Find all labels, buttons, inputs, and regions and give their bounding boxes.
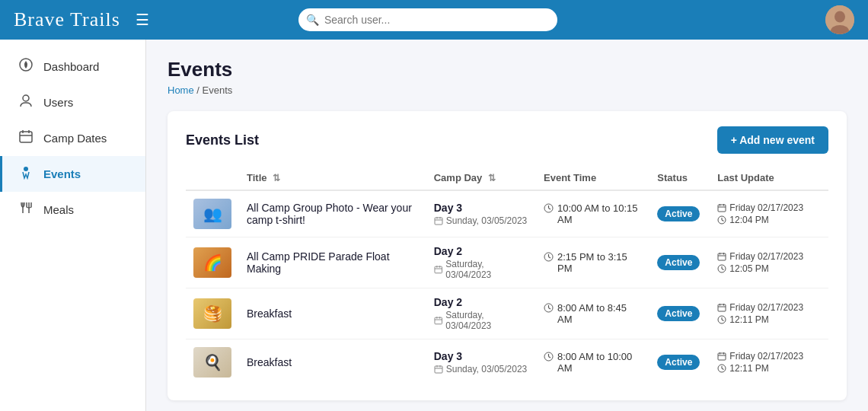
calendar-icon	[18, 129, 34, 148]
last-update-time: 12:11 PM	[729, 363, 768, 374]
clock-icon	[544, 352, 554, 364]
svg-line-32	[549, 257, 551, 259]
status-badge: Active	[657, 206, 700, 221]
event-time-text: 2:15 PM to 3:15 PM	[557, 251, 642, 274]
breadcrumb-home-link[interactable]: Home	[168, 84, 194, 96]
page-title: Events	[168, 58, 847, 81]
cell-status-2: Active	[649, 288, 710, 339]
event-title[interactable]: Breakfast	[247, 356, 292, 368]
event-title[interactable]: Breakfast	[247, 307, 292, 320]
events-list-title: Events List	[186, 132, 259, 148]
svg-rect-47	[718, 304, 726, 311]
calendar-update-icon	[717, 303, 726, 312]
clock-update-icon	[717, 264, 726, 273]
last-update-time-line: 12:11 PM	[717, 363, 821, 374]
sidebar-label-meals: Meals	[43, 203, 74, 216]
add-event-button[interactable]: + Add new event	[717, 126, 828, 154]
table-row: 🌈 All Camp PRIDE Parade Float Making Day…	[186, 237, 828, 288]
last-update-time: 12:05 PM	[729, 263, 768, 274]
clock-update-icon	[717, 215, 726, 225]
svg-line-39	[722, 269, 724, 270]
cell-campday-0: Day 3 Sunday, 03/05/2023	[426, 190, 536, 237]
sidebar-label-users: Users	[43, 96, 73, 109]
search-container: 🔍	[298, 8, 557, 31]
last-update-date-line: Friday 02/17/2023	[717, 251, 821, 262]
cell-lastupdate-3: Friday 02/17/2023 12:11 PM	[710, 339, 828, 386]
calendar-small-icon	[434, 265, 442, 274]
sidebar-item-dashboard[interactable]: Dashboard	[0, 49, 145, 84]
status-badge: Active	[657, 355, 700, 370]
last-update-date-line: Friday 02/17/2023	[717, 302, 821, 313]
svg-line-67	[722, 368, 724, 370]
camp-day-label: Day 3	[434, 202, 528, 214]
clock-update-icon	[717, 315, 726, 324]
app-logo: Brave Trails	[14, 8, 120, 31]
breadcrumb-current: Events	[203, 84, 233, 96]
camp-day-label: Day 3	[434, 350, 528, 362]
event-title[interactable]: All Camp PRIDE Parade Float Making	[247, 250, 390, 275]
table-header-row: Title ⇅ Camp Day ⇅ Event Time Status	[186, 166, 828, 190]
sidebar-item-camp-dates[interactable]: Camp Dates	[0, 120, 145, 156]
camp-day-label: Day 2	[434, 245, 528, 257]
search-input[interactable]	[298, 8, 557, 31]
table-row: 🥞 Breakfast Day 2 Saturday, 03/04/2023	[186, 288, 828, 339]
cell-title-1: All Camp PRIDE Parade Float Making	[239, 237, 426, 288]
cell-campday-2: Day 2 Saturday, 03/04/2023	[426, 288, 536, 339]
sidebar-item-meals[interactable]: Meals	[0, 192, 145, 228]
svg-line-53	[722, 320, 724, 321]
calendar-update-icon	[717, 352, 726, 361]
svg-point-1	[834, 11, 845, 23]
events-icon	[18, 164, 34, 183]
sidebar-label-camp-dates: Camp Dates	[43, 132, 107, 145]
last-update-time: 12:11 PM	[729, 314, 768, 325]
breadcrumb-separator: /	[196, 84, 202, 96]
last-update-date: Friday 02/17/2023	[729, 351, 803, 362]
avatar[interactable]	[825, 5, 854, 34]
event-thumbnail: 🍳	[193, 347, 231, 378]
calendar-small-icon	[434, 216, 443, 225]
svg-rect-61	[718, 353, 726, 360]
sort-icon-campday[interactable]: ⇅	[488, 173, 496, 183]
svg-rect-19	[718, 205, 726, 212]
main-content: Events Home / Events Events List + Add n…	[146, 40, 868, 411]
event-title[interactable]: All Camp Group Photo - Wear your camp t-…	[247, 202, 412, 226]
col-header-thumb	[186, 166, 239, 190]
last-update: Friday 02/17/2023 12:11 PM	[717, 302, 821, 325]
last-update-date-line: Friday 02/17/2023	[717, 351, 821, 362]
svg-rect-54	[435, 366, 442, 373]
sidebar-item-events[interactable]: Events	[0, 156, 145, 192]
meals-icon	[18, 200, 34, 219]
last-update: Friday 02/17/2023 12:11 PM	[717, 351, 821, 374]
calendar-small-icon	[434, 365, 443, 374]
camp-day-date: Sunday, 03/05/2023	[434, 364, 528, 374]
status-badge: Active	[657, 306, 700, 321]
calendar-update-icon	[717, 203, 726, 212]
camp-day-date: Saturday, 03/04/2023	[434, 259, 528, 280]
calendar-small-icon	[434, 316, 442, 325]
event-time: 8:00 AM to 8:45 AM	[544, 302, 642, 325]
svg-rect-40	[435, 317, 442, 324]
sidebar-item-users[interactable]: Users	[0, 84, 145, 120]
col-header-lastupdate: Last Update	[710, 166, 828, 190]
camp-day-label: Day 2	[434, 296, 528, 308]
top-navigation: Brave Trails ☰ 🔍	[0, 0, 868, 40]
camp-day-date: Sunday, 03/05/2023	[434, 215, 528, 226]
event-time-text: 8:00 AM to 10:00 AM	[557, 351, 642, 374]
svg-rect-33	[718, 253, 726, 260]
sort-icon-title[interactable]: ⇅	[273, 173, 280, 183]
svg-line-60	[549, 357, 551, 358]
sidebar: Dashboard Users Camp Dates	[0, 40, 146, 411]
cell-lastupdate-2: Friday 02/17/2023 12:11 PM	[710, 288, 828, 339]
svg-rect-12	[435, 218, 442, 225]
cell-title-0: All Camp Group Photo - Wear your camp t-…	[239, 190, 426, 237]
event-time-text: 10:00 AM to 10:15 AM	[557, 202, 642, 225]
dashboard-icon	[18, 57, 34, 76]
hamburger-menu-icon[interactable]: ☰	[136, 11, 149, 29]
cell-campday-1: Day 2 Saturday, 03/04/2023	[426, 237, 536, 288]
events-card: Events List + Add new event Title ⇅ Camp…	[168, 111, 847, 400]
table-row: 🍳 Breakfast Day 3 Sunday, 03/05/2023	[186, 339, 828, 386]
calendar-update-icon	[717, 252, 726, 261]
last-update: Friday 02/17/2023 12:05 PM	[717, 251, 821, 274]
last-update-time-line: 12:11 PM	[717, 314, 821, 325]
cell-thumb-3: 🍳	[186, 339, 239, 386]
